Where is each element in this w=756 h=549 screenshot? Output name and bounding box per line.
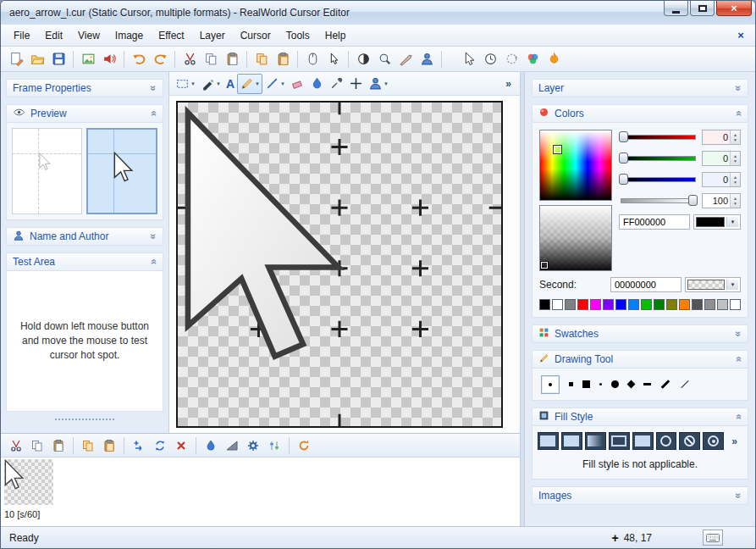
redo-icon[interactable]: [150, 49, 170, 69]
spinner-down-icon[interactable]: ▼: [733, 201, 737, 206]
paste-icon[interactable]: [222, 49, 242, 69]
eraser-tool[interactable]: [288, 74, 307, 94]
luminance-selector[interactable]: [541, 262, 548, 269]
menu-tools[interactable]: Tools: [279, 26, 317, 45]
flame-icon[interactable]: [544, 49, 564, 69]
panel-header-layer[interactable]: Layer »: [532, 79, 748, 97]
color-swatch[interactable]: [590, 299, 601, 310]
swap-frames-icon[interactable]: [150, 435, 170, 456]
panel-header-frame-properties[interactable]: Frame Properties »: [6, 79, 163, 97]
select-cursor-icon[interactable]: [323, 49, 344, 69]
brush-dot-small[interactable]: [541, 375, 560, 394]
text-tool[interactable]: A: [223, 74, 237, 94]
delete-frame-icon[interactable]: [171, 435, 191, 456]
brush-diamond[interactable]: [627, 380, 636, 389]
preview-selected[interactable]: [86, 128, 157, 214]
zoom-icon[interactable]: [374, 49, 395, 69]
color-swatch[interactable]: [565, 299, 576, 310]
primary-color-input[interactable]: [619, 214, 690, 230]
cut-icon[interactable]: [179, 49, 200, 69]
menu-edit[interactable]: Edit: [37, 26, 70, 45]
color-swatch[interactable]: [679, 299, 690, 310]
color-swatch[interactable]: [666, 299, 677, 310]
toolbar-overflow-button[interactable]: »: [500, 78, 516, 90]
alpha-slider[interactable]: [619, 193, 698, 208]
copy-icon[interactable]: [27, 435, 47, 456]
panel-header-drawing-tool[interactable]: Drawing Tool »: [532, 350, 748, 369]
clock-icon[interactable]: [480, 49, 500, 69]
color-field-selector[interactable]: [554, 146, 561, 153]
menu-layer[interactable]: Layer: [192, 26, 233, 45]
media-icon[interactable]: [78, 49, 98, 69]
minimize-button[interactable]: [664, 1, 688, 16]
blade-icon[interactable]: [395, 49, 416, 69]
refresh-icon[interactable]: [294, 435, 314, 456]
hotspot-tool[interactable]: [346, 74, 366, 94]
color-swatch[interactable]: [552, 299, 563, 310]
green-value-spinner[interactable]: 0▲▼: [702, 151, 741, 166]
color-swatch[interactable]: [615, 299, 626, 310]
frame-item[interactable]: 10 [s/60]: [4, 459, 58, 524]
spinner-down-icon[interactable]: ▼: [733, 180, 737, 185]
red-slider-thumb[interactable]: [619, 131, 628, 142]
secondary-color-input[interactable]: [610, 277, 682, 292]
maximize-button[interactable]: [690, 1, 715, 16]
levels-icon[interactable]: [264, 435, 284, 456]
paste-icon[interactable]: [48, 435, 69, 456]
panel-header-preview[interactable]: Preview »: [6, 104, 163, 123]
red-slider[interactable]: [619, 130, 698, 145]
color-swatch[interactable]: [603, 299, 614, 310]
save-icon[interactable]: [48, 49, 69, 69]
color-swatch[interactable]: [692, 299, 703, 310]
sound-icon[interactable]: [99, 49, 119, 69]
test-area-surface[interactable]: Hold down left mouse button and move the…: [6, 271, 163, 412]
color-swatch[interactable]: [628, 299, 639, 310]
dropdown-arrow-icon[interactable]: ▼: [726, 280, 738, 290]
user-icon[interactable]: [417, 49, 437, 69]
animation-icon[interactable]: [501, 49, 521, 69]
brush-dot-tiny[interactable]: [599, 383, 602, 385]
menu-file[interactable]: File: [6, 26, 37, 45]
new-icon[interactable]: [6, 49, 26, 69]
line-tool[interactable]: ▼: [262, 74, 288, 94]
fill-style-solid[interactable]: [538, 432, 559, 450]
color-swatch[interactable]: [539, 299, 550, 310]
fill-icon[interactable]: [201, 435, 221, 456]
panel-header-fill-style[interactable]: Fill Style »: [532, 408, 748, 426]
color-wheel-icon[interactable]: [522, 49, 543, 69]
brush-square-small[interactable]: [569, 382, 573, 386]
ramp-icon[interactable]: [222, 435, 242, 456]
fill-style-circle-dot[interactable]: [703, 432, 724, 450]
panel-header-name-author[interactable]: Name and Author »: [6, 227, 163, 246]
fill-style-circle-slash[interactable]: [679, 432, 700, 450]
user-tool[interactable]: ▼: [366, 74, 391, 94]
alpha-slider-thumb[interactable]: [688, 195, 698, 206]
open-icon[interactable]: [27, 49, 47, 69]
fill-style-solid-3[interactable]: [632, 432, 654, 450]
fill-style-circle[interactable]: [656, 432, 677, 450]
blue-slider-thumb[interactable]: [619, 174, 628, 185]
menu-image[interactable]: Image: [108, 26, 151, 45]
canvas[interactable]: [176, 101, 503, 428]
green-slider[interactable]: [619, 151, 698, 166]
resize-grip[interactable]: [55, 419, 114, 422]
panel-header-test-area[interactable]: Test Area »: [6, 252, 163, 271]
green-slider-thumb[interactable]: [619, 152, 628, 164]
blue-slider[interactable]: [619, 172, 698, 187]
blue-value-spinner[interactable]: 0▲▼: [702, 172, 741, 187]
copy-icon[interactable]: [201, 49, 221, 69]
menu-effect[interactable]: Effect: [151, 26, 191, 45]
fill-style-gradient[interactable]: [585, 432, 606, 450]
contrast-test-icon[interactable]: [353, 49, 373, 69]
copy-frames-icon[interactable]: [78, 435, 98, 456]
color-swatch[interactable]: [654, 299, 665, 310]
keyboard-button[interactable]: [703, 530, 723, 546]
titlebar[interactable]: aero_arrow_l.cur (Static Cursor, multipl…: [1, 1, 755, 25]
color-swatch[interactable]: [641, 299, 652, 310]
fill-style-hollow-rect[interactable]: [609, 432, 630, 450]
luminance-field[interactable]: [539, 205, 612, 271]
color-swatch[interactable]: [717, 299, 728, 310]
alpha-value-spinner[interactable]: 100▲▼: [702, 193, 741, 208]
color-swatch[interactable]: [704, 299, 715, 310]
panel-header-images[interactable]: Images »: [532, 486, 748, 505]
